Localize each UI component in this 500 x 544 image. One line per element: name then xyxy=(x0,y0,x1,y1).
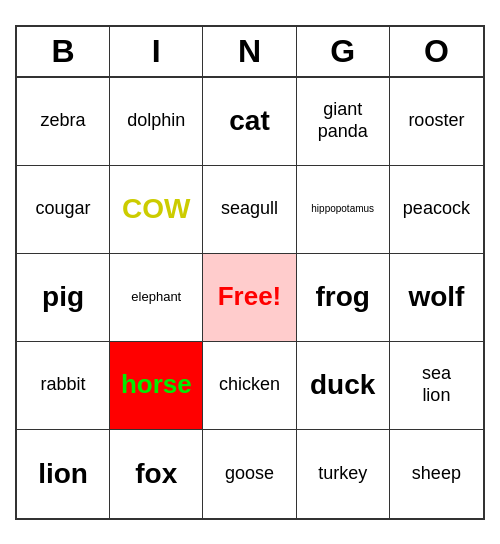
cell-text: seagull xyxy=(221,198,278,220)
cell-text: zebra xyxy=(41,110,86,132)
cell-text: peacock xyxy=(403,198,470,220)
cell-text: cat xyxy=(229,104,269,138)
bingo-cell: turkey xyxy=(297,430,390,518)
bingo-cell: fox xyxy=(110,430,203,518)
bingo-cell: giant panda xyxy=(297,78,390,166)
cell-text: elephant xyxy=(131,289,181,305)
header-cell: O xyxy=(390,27,483,76)
header-cell: N xyxy=(203,27,296,76)
bingo-cell: rabbit xyxy=(17,342,110,430)
bingo-cell: goose xyxy=(203,430,296,518)
cell-text: Free! xyxy=(218,281,282,312)
cell-text: turkey xyxy=(318,463,367,485)
bingo-cell: COW xyxy=(110,166,203,254)
bingo-cell: chicken xyxy=(203,342,296,430)
bingo-cell: sheep xyxy=(390,430,483,518)
cell-text: goose xyxy=(225,463,274,485)
header-cell: I xyxy=(110,27,203,76)
bingo-header: BINGO xyxy=(17,27,483,78)
cell-text: sea lion xyxy=(422,363,451,406)
cell-text: rooster xyxy=(408,110,464,132)
bingo-cell: frog xyxy=(297,254,390,342)
bingo-cell: cougar xyxy=(17,166,110,254)
bingo-cell: Free! xyxy=(203,254,296,342)
bingo-cell: cat xyxy=(203,78,296,166)
header-cell: G xyxy=(297,27,390,76)
bingo-cell: peacock xyxy=(390,166,483,254)
bingo-cell: zebra xyxy=(17,78,110,166)
cell-text: dolphin xyxy=(127,110,185,132)
bingo-card: BINGO zebradolphincatgiant pandaroosterc… xyxy=(15,25,485,520)
bingo-cell: hippopotamus xyxy=(297,166,390,254)
bingo-cell: rooster xyxy=(390,78,483,166)
cell-text: duck xyxy=(310,368,375,402)
bingo-cell: wolf xyxy=(390,254,483,342)
cell-text: frog xyxy=(315,280,369,314)
cell-text: wolf xyxy=(408,280,464,314)
cell-text: cougar xyxy=(36,198,91,220)
cell-text: chicken xyxy=(219,374,280,396)
bingo-cell: pig xyxy=(17,254,110,342)
bingo-cell: duck xyxy=(297,342,390,430)
cell-text: fox xyxy=(135,457,177,491)
cell-text: giant panda xyxy=(318,99,368,142)
cell-text: lion xyxy=(38,457,88,491)
cell-text: horse xyxy=(121,369,192,400)
bingo-cell: dolphin xyxy=(110,78,203,166)
bingo-cell: sea lion xyxy=(390,342,483,430)
bingo-cell: lion xyxy=(17,430,110,518)
cell-text: pig xyxy=(42,280,84,314)
cell-text: hippopotamus xyxy=(311,203,374,215)
cell-text: sheep xyxy=(412,463,461,485)
cell-text: rabbit xyxy=(41,374,86,396)
bingo-cell: seagull xyxy=(203,166,296,254)
bingo-grid: zebradolphincatgiant pandaroostercougarC… xyxy=(17,78,483,518)
cell-text: COW xyxy=(122,192,190,226)
bingo-cell: horse xyxy=(110,342,203,430)
header-cell: B xyxy=(17,27,110,76)
bingo-cell: elephant xyxy=(110,254,203,342)
